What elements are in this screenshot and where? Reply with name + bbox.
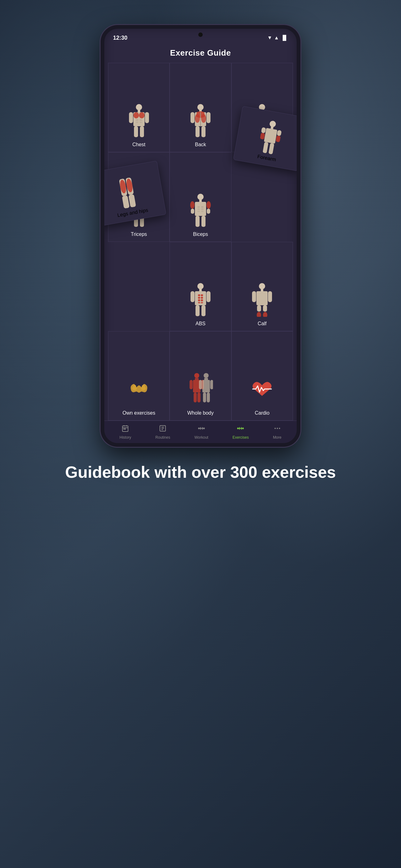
svg-point-13: [197, 104, 204, 110]
svg-rect-21: [196, 126, 200, 137]
history-icon: [122, 425, 129, 434]
chest-card[interactable]: Chest: [108, 63, 170, 152]
svg-rect-78: [263, 305, 267, 312]
nav-history[interactable]: History: [116, 423, 135, 441]
svg-rect-73: [261, 289, 263, 291]
nav-routines[interactable]: Routines: [152, 423, 174, 441]
svg-rect-105: [276, 135, 281, 143]
svg-rect-5: [136, 119, 138, 121]
svg-rect-97: [203, 393, 206, 402]
svg-point-4: [139, 112, 144, 118]
svg-rect-48: [201, 208, 204, 210]
svg-point-42: [197, 194, 204, 200]
svg-rect-60: [198, 294, 200, 296]
svg-rect-103: [277, 130, 282, 136]
svg-rect-74: [257, 291, 268, 305]
legs-placeholder: [108, 242, 170, 331]
svg-rect-56: [201, 216, 205, 227]
svg-rect-98: [207, 393, 210, 402]
back-card[interactable]: Back: [170, 63, 231, 152]
svg-point-3: [133, 112, 139, 118]
battery-icon: ▐▌: [281, 35, 288, 41]
svg-rect-101: [264, 128, 277, 144]
svg-rect-43: [199, 199, 202, 202]
chest-image: [111, 102, 167, 140]
legs-hips-card[interactable]: Legs and hips: [101, 161, 166, 226]
svg-rect-71: [201, 305, 205, 316]
svg-point-16: [195, 114, 200, 123]
own-exercises-label: Own exercises: [123, 410, 155, 416]
app-title: Exercise Guide: [104, 44, 297, 63]
own-exercises-card[interactable]: Own exercises: [108, 331, 170, 421]
svg-rect-93: [204, 378, 208, 380]
svg-rect-67: [201, 302, 203, 303]
wifi-icon: ▼: [267, 35, 272, 41]
calf-card[interactable]: Calf: [231, 242, 293, 331]
svg-rect-44: [195, 202, 206, 216]
svg-rect-1: [138, 110, 140, 112]
routines-label: Routines: [156, 435, 170, 440]
svg-point-84: [142, 385, 145, 388]
svg-rect-100: [271, 126, 274, 129]
abs-label: ABS: [196, 321, 205, 327]
svg-rect-53: [191, 209, 194, 214]
nav-exercises[interactable]: Exercises: [229, 423, 252, 441]
svg-rect-75: [252, 291, 256, 302]
svg-rect-54: [207, 209, 210, 214]
nav-workout[interactable]: Workout: [191, 423, 212, 441]
svg-rect-66: [198, 302, 200, 303]
svg-rect-55: [196, 216, 200, 227]
svg-point-130: [274, 428, 276, 429]
workout-label: Workout: [194, 435, 208, 440]
routines-icon: [159, 425, 166, 434]
svg-point-131: [277, 428, 278, 429]
svg-rect-102: [261, 127, 266, 133]
nav-more[interactable]: More: [269, 423, 285, 441]
abs-card[interactable]: ABS: [170, 242, 231, 331]
svg-point-99: [269, 120, 276, 127]
more-label: More: [273, 435, 281, 440]
svg-point-85: [194, 373, 199, 378]
svg-rect-47: [197, 208, 200, 210]
svg-rect-95: [199, 380, 202, 389]
svg-rect-65: [201, 299, 203, 301]
svg-rect-70: [196, 305, 200, 316]
phone-container: 12:30 ▼ ▲ ▐▌ Exercise Guide: [101, 25, 300, 447]
phone-frame: 12:30 ▼ ▲ ▐▌ Exercise Guide: [101, 25, 300, 447]
svg-rect-22: [201, 126, 205, 137]
svg-rect-61: [201, 294, 203, 296]
svg-point-119: [125, 429, 126, 429]
svg-rect-49: [197, 211, 200, 212]
legs-hips-image: [116, 176, 143, 212]
whole-body-card[interactable]: Whole body: [170, 331, 231, 421]
workout-icon: [198, 425, 205, 434]
svg-rect-8: [140, 122, 142, 123]
svg-rect-90: [194, 393, 197, 402]
exercises-label: Exercises: [232, 435, 248, 440]
svg-rect-62: [198, 297, 200, 299]
svg-rect-94: [202, 380, 210, 393]
biceps-label: Biceps: [193, 231, 208, 237]
tagline: Guidebook with over 300 exercises: [40, 462, 361, 501]
svg-rect-113: [128, 194, 136, 208]
cardio-card[interactable]: Cardio: [231, 331, 293, 421]
calf-image: [234, 281, 290, 318]
status-icons: ▼ ▲ ▐▌: [267, 35, 288, 41]
svg-rect-10: [145, 112, 149, 123]
biceps-card[interactable]: Biceps: [170, 152, 231, 242]
abs-image: [172, 281, 228, 318]
more-icon: [274, 425, 281, 434]
cardio-image: [234, 370, 290, 408]
whole-body-label: Whole body: [188, 410, 214, 416]
biceps-image: [172, 191, 228, 229]
chest-label: Chest: [132, 142, 145, 148]
svg-rect-20: [206, 112, 210, 123]
svg-rect-45: [197, 206, 200, 208]
svg-rect-104: [260, 133, 265, 140]
forearm-card[interactable]: Forearm: [233, 106, 300, 171]
svg-rect-59: [195, 291, 206, 305]
svg-rect-107: [269, 143, 274, 154]
svg-point-51: [190, 201, 195, 209]
svg-point-79: [257, 312, 261, 317]
svg-rect-50: [201, 211, 204, 212]
